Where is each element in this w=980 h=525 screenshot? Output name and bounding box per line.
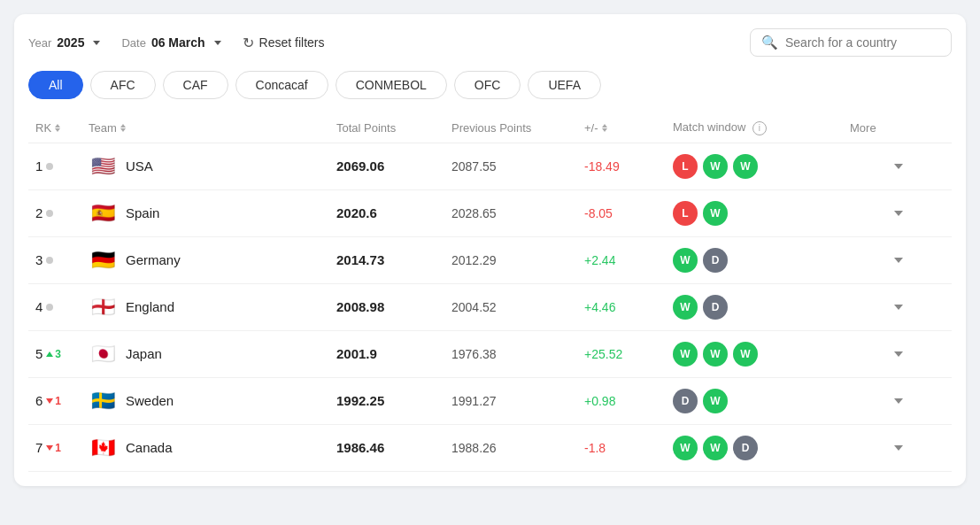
rank-number: 3	[35, 252, 42, 267]
chevron-down-icon[interactable]	[894, 305, 903, 310]
table-row: 3 🇩🇪 Germany 2014.73 2012.29 +2.44 WD	[28, 237, 952, 284]
result-badge-w: W	[673, 248, 698, 273]
tab-concacaf[interactable]: Concacaf	[235, 71, 328, 99]
col-more: More	[850, 121, 903, 135]
diff-cell: +0.98	[584, 394, 673, 408]
team-flag: 🇯🇵	[89, 344, 117, 364]
col-diff-label: +/-	[584, 121, 598, 135]
chevron-down-icon[interactable]	[894, 398, 903, 404]
result-badge-w: W	[673, 342, 698, 367]
chevron-down-icon[interactable]	[894, 258, 903, 263]
previous-points-cell: 1988.26	[451, 441, 584, 455]
tab-conmebol[interactable]: CONMEBOL	[336, 71, 447, 99]
result-badge-w: W	[703, 342, 728, 367]
tab-ofc[interactable]: OFC	[454, 71, 521, 99]
chevron-down-icon[interactable]	[894, 164, 903, 169]
result-badge-w: W	[673, 295, 698, 320]
more-cell[interactable]	[850, 164, 903, 169]
col-team-label: Team	[89, 121, 117, 135]
team-flag: 🇺🇸	[89, 157, 117, 176]
tab-all[interactable]: All	[28, 71, 83, 99]
table-row: 5 3 🇯🇵 Japan 2001.9 1976.38 +25.52 WWW	[28, 331, 952, 378]
reset-filters-button[interactable]: ↻ Reset filters	[243, 35, 325, 51]
total-points-cell: 2069.06	[336, 158, 451, 174]
team-cell: 🇺🇸 USA	[89, 157, 336, 176]
year-label: Year	[28, 36, 51, 50]
diff-cell: -1.8	[584, 441, 673, 455]
team-flag: 🇩🇪	[89, 251, 117, 270]
rank-cell: 4	[35, 299, 89, 314]
date-filter[interactable]: Date 06 March	[121, 35, 220, 50]
year-value: 2025	[57, 35, 84, 50]
search-box[interactable]: 🔍	[750, 28, 952, 57]
result-badge-w: W	[733, 154, 758, 179]
team-sort-up	[120, 124, 126, 127]
rank-cell: 5 3	[35, 346, 89, 361]
result-badge-d: D	[703, 248, 728, 273]
chevron-down-icon[interactable]	[894, 445, 903, 451]
year-filter[interactable]: Year 2025	[28, 35, 100, 50]
search-icon: 🔍	[761, 35, 778, 50]
arrow-up-icon	[46, 351, 53, 357]
col-previous-points: Previous Points	[451, 121, 584, 135]
diff-cell: +2.44	[584, 253, 673, 267]
result-badge-w: W	[703, 436, 728, 460]
rank-cell: 6 1	[35, 393, 89, 408]
date-dropdown-arrow[interactable]	[214, 41, 221, 45]
table-row: 7 1 🇨🇦 Canada 1986.46 1988.26 -1.8 WWD	[28, 425, 952, 472]
rank-dot	[46, 210, 53, 217]
year-dropdown-arrow[interactable]	[93, 41, 100, 45]
result-badge-w: W	[703, 389, 728, 413]
col-rk[interactable]: RK	[35, 121, 89, 135]
more-cell[interactable]	[850, 398, 903, 404]
team-cell: 🇸🇪 Sweden	[89, 391, 336, 411]
arrow-down-icon	[46, 398, 53, 404]
team-flag: 🇨🇦	[89, 438, 117, 458]
tab-afc[interactable]: AFC	[90, 71, 156, 99]
team-cell: 🇯🇵 Japan	[89, 344, 336, 364]
tab-uefa[interactable]: UEFA	[528, 71, 601, 99]
date-label: Date	[121, 36, 145, 50]
col-match-window: Match window i	[673, 120, 850, 135]
chevron-down-icon[interactable]	[894, 351, 903, 357]
chevron-down-icon[interactable]	[894, 211, 903, 216]
rank-number: 1	[35, 158, 42, 174]
team-name: Canada	[126, 440, 173, 455]
rank-cell: 7 1	[35, 440, 89, 455]
tab-caf[interactable]: CAF	[163, 71, 228, 99]
more-cell[interactable]	[850, 211, 903, 216]
team-flag: 🏴󠁧󠁢󠁥󠁮󠁧󠁿	[89, 297, 117, 317]
more-cell[interactable]	[850, 445, 903, 451]
date-value: 06 March	[151, 35, 205, 50]
header: Year 2025 Date 06 March ↻ Reset filters …	[28, 28, 952, 57]
search-input[interactable]	[785, 35, 940, 50]
team-sort-arrows	[120, 124, 126, 132]
rank-number: 5	[35, 346, 42, 361]
main-container: Year 2025 Date 06 March ↻ Reset filters …	[14, 14, 966, 486]
team-cell: 🇩🇪 Germany	[89, 251, 336, 270]
match-window-info-icon[interactable]: i	[752, 121, 767, 135]
previous-points-cell: 2012.29	[451, 253, 584, 267]
more-cell[interactable]	[850, 258, 903, 263]
rank-cell: 1	[35, 158, 89, 174]
result-badge-d: D	[673, 389, 698, 413]
total-points-cell: 1992.25	[336, 393, 451, 408]
rank-number: 2	[35, 205, 42, 220]
total-points-cell: 2014.73	[336, 252, 451, 267]
more-cell[interactable]	[850, 351, 903, 357]
previous-points-cell: 1991.27	[451, 394, 584, 408]
rank-cell: 3	[35, 252, 89, 267]
team-cell: 🏴󠁧󠁢󠁥󠁮󠁧󠁿 England	[89, 297, 336, 317]
total-points-cell: 2008.98	[336, 299, 451, 314]
team-cell: 🇨🇦 Canada	[89, 438, 336, 458]
result-badge-l: L	[673, 154, 698, 179]
team-flag: 🇪🇸	[89, 204, 117, 223]
rank-number: 7	[35, 440, 42, 455]
result-badge-d: D	[703, 295, 728, 320]
team-name: USA	[126, 158, 153, 174]
col-team[interactable]: Team	[89, 121, 336, 135]
rank-dot	[46, 304, 53, 311]
col-diff[interactable]: +/-	[584, 121, 673, 135]
more-cell[interactable]	[850, 305, 903, 310]
diff-cell: -8.05	[584, 206, 673, 220]
